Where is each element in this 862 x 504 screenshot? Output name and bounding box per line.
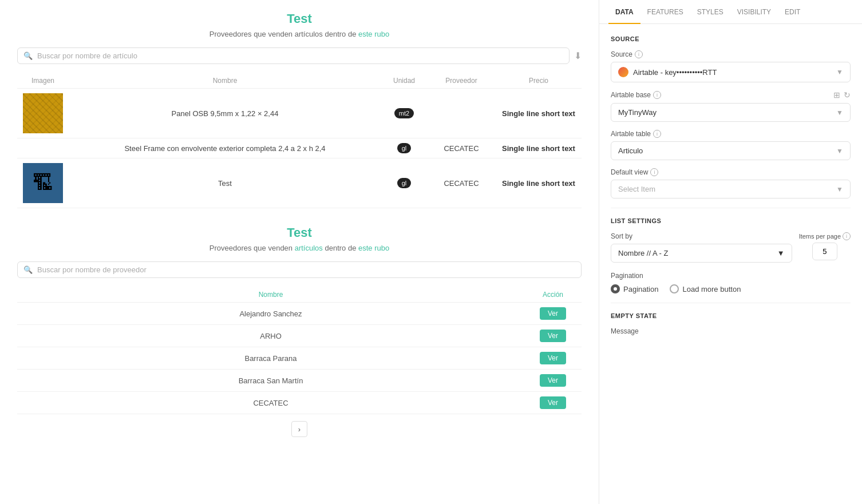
row3-image-cell xyxy=(17,163,69,203)
tab-features[interactable]: FEATURES xyxy=(640,0,690,24)
airtable-base-chevron: ▼ xyxy=(836,109,843,117)
section2-subtitle-link-rubo[interactable]: este rubo xyxy=(358,244,389,252)
provider-row: Barraca Parana Ver xyxy=(17,347,582,370)
search-input-articles[interactable] xyxy=(37,51,563,60)
source-section-label: SOURCE xyxy=(611,35,851,42)
load-more-radio-option[interactable]: Load more button xyxy=(670,284,741,293)
search-bar-providers: 🔍 xyxy=(17,261,582,278)
search-input-providers[interactable] xyxy=(37,265,575,274)
provider-action-cell: Ver xyxy=(524,307,582,320)
provider-row: Alejandro Sanchez Ver xyxy=(17,303,582,325)
sort-by-dropdown[interactable]: Nombre // A - Z ▼ xyxy=(611,244,792,263)
row3-unit-badge: gl xyxy=(397,178,412,188)
tab-styles[interactable]: STYLES xyxy=(690,0,730,24)
search-icon: 🔍 xyxy=(23,51,33,60)
col-unidad: Unidad xyxy=(381,77,427,85)
section2-title: Test xyxy=(17,225,582,240)
airtable-logo xyxy=(618,67,628,77)
refresh-icon[interactable]: ↻ xyxy=(844,90,851,100)
section2-subtitle-link-articles[interactable]: artículos xyxy=(295,244,323,252)
pagination-options: Pagination Load more button xyxy=(611,284,851,293)
airtable-base-info-icon[interactable]: i xyxy=(653,91,661,99)
provider-name: Alejandro Sanchez xyxy=(17,309,524,318)
provider-col-nombre: Nombre xyxy=(17,291,524,299)
load-more-radio-dot xyxy=(670,284,679,293)
search-icon-provider: 🔍 xyxy=(23,265,33,274)
pagination-nav: › xyxy=(17,421,582,437)
source-dropdown-value: Airtable - key••••••••••RTT xyxy=(618,67,717,77)
row1-price: Single line short text xyxy=(496,109,582,118)
default-view-label: Default view i xyxy=(611,168,851,176)
airtable-table-chevron: ▼ xyxy=(836,147,843,155)
provider-name: CECATEC xyxy=(17,399,524,407)
source-field-label: Source i xyxy=(611,50,851,58)
list-settings-label: LIST SETTINGS xyxy=(611,217,851,224)
section-2: Test Proveedores que venden artículos de… xyxy=(17,225,582,437)
tab-edit[interactable]: EDIT xyxy=(778,0,807,24)
pagination-label: Pagination xyxy=(611,272,851,280)
row1-name: Panel OSB 9,5mm x 1,22 × 2,44 xyxy=(69,109,381,118)
items-per-page-input[interactable] xyxy=(812,243,837,260)
tab-visibility[interactable]: VISIBILITY xyxy=(730,0,778,24)
provider-name: Barraca Parana xyxy=(17,354,524,363)
sort-items-row: Sort by Nombre // A - Z ▼ Items per page… xyxy=(611,232,851,263)
default-view-placeholder: Select Item xyxy=(618,185,655,193)
col-precio: Precio xyxy=(496,77,582,85)
source-dropdown-chevron: ▼ xyxy=(836,68,843,76)
ver-button[interactable]: Ver xyxy=(540,307,566,320)
provider-row: ARHO Ver xyxy=(17,325,582,347)
provider-action-cell: Ver xyxy=(524,352,582,364)
default-view-chevron: ▼ xyxy=(836,185,843,193)
ver-button[interactable]: Ver xyxy=(540,352,566,364)
section-1: Test Proveedores que venden artículos de… xyxy=(17,11,582,208)
sort-by-chevron: ▼ xyxy=(777,249,785,257)
section2-subtitle: Proveedores que venden artículos dentro … xyxy=(17,244,582,252)
pagination-radio-dot xyxy=(611,284,620,293)
provider-action-cell: Ver xyxy=(524,374,582,387)
table-icon[interactable]: ⊞ xyxy=(833,90,840,100)
provider-action-cell: Ver xyxy=(524,396,582,409)
next-page-button[interactable]: › xyxy=(291,421,307,437)
pagination-section: Pagination Pagination Load more button xyxy=(611,272,851,293)
items-per-page-info-icon[interactable]: i xyxy=(843,232,851,240)
provider-action-cell: Ver xyxy=(524,330,582,342)
airtable-table-info-icon[interactable]: i xyxy=(653,130,661,138)
provider-name: ARHO xyxy=(17,332,524,340)
ver-button[interactable]: Ver xyxy=(540,330,566,342)
default-view-dropdown[interactable]: Select Item ▼ xyxy=(611,180,851,199)
default-view-info-icon[interactable]: i xyxy=(650,168,658,176)
airtable-base-label: Airtable base i ⊞ ↻ xyxy=(611,90,851,100)
row3-name: Test xyxy=(69,179,381,188)
row2-unit-badge: gl xyxy=(397,143,412,153)
provider-col-accion: Acción xyxy=(524,291,582,299)
items-per-page-box: Items per page i xyxy=(799,232,851,260)
row1-image-cell xyxy=(17,93,69,133)
provider-row: CECATEC Ver xyxy=(17,392,582,414)
col-imagen: Imagen xyxy=(17,77,69,85)
row2-name: Steel Frame con envolvente exterior comp… xyxy=(69,144,381,153)
row3-image xyxy=(23,163,63,203)
source-dropdown[interactable]: Airtable - key••••••••••RTT ▼ xyxy=(611,62,851,82)
download-icon[interactable]: ⬇ xyxy=(574,50,582,61)
airtable-table-dropdown[interactable]: Articulo ▼ xyxy=(611,141,851,160)
airtable-base-dropdown[interactable]: MyTinyWay ▼ xyxy=(611,103,851,122)
row2-provider: CECATEC xyxy=(427,144,496,153)
providers-rows-container: Alejandro Sanchez Ver ARHO Ver Barraca P… xyxy=(17,303,582,414)
row1-unit-badge: mt2 xyxy=(394,108,414,118)
section1-subtitle-link[interactable]: este rubo xyxy=(358,30,389,38)
search-bar-articles: 🔍 xyxy=(17,47,570,64)
row2-price: Single line short text xyxy=(496,144,582,153)
source-info-icon[interactable]: i xyxy=(635,50,643,58)
provider-row: Barraca San Martín Ver xyxy=(17,370,582,392)
table-row: Steel Frame con envolvente exterior comp… xyxy=(17,138,582,158)
tab-data[interactable]: DATA xyxy=(608,0,640,24)
row2-unit: gl xyxy=(381,143,427,153)
row3-provider: CECATEC xyxy=(427,179,496,188)
section1-subtitle: Proveedores que venden artículos dentro … xyxy=(17,30,582,38)
pagination-radio-option[interactable]: Pagination xyxy=(611,284,658,293)
ver-button[interactable]: Ver xyxy=(540,396,566,409)
ver-button[interactable]: Ver xyxy=(540,374,566,387)
articles-table-header: Imagen Nombre Unidad Proveedor Precio xyxy=(17,73,582,89)
items-per-page-label: Items per page i xyxy=(799,232,851,240)
empty-state-label: EMPTY STATE xyxy=(611,312,851,319)
